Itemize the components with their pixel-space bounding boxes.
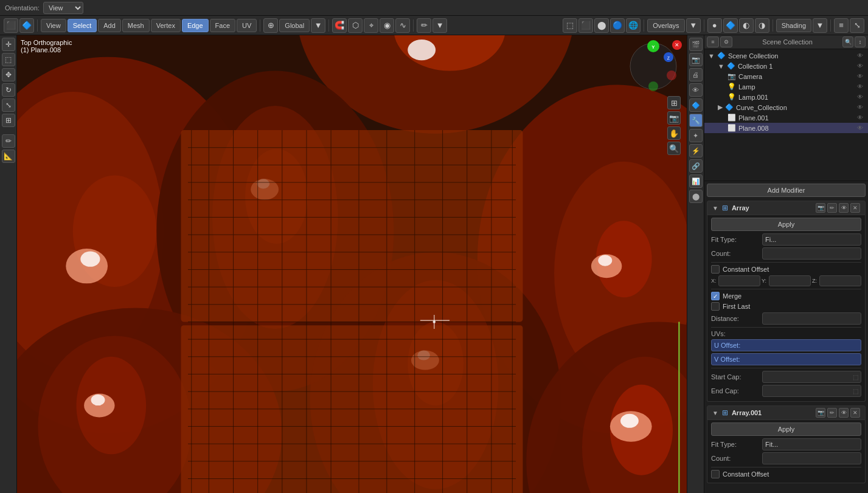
select-box-tool[interactable]: ⬚ [2,53,15,66]
outliner-tab[interactable]: ≡ [707,36,719,47]
scale-tool[interactable]: ⤡ [2,98,15,112]
transform-icon[interactable]: ⊕ [263,18,278,33]
x-field[interactable] [718,275,760,286]
render-icon[interactable]: ◐ [739,18,754,33]
mod-delete-btn[interactable]: ✕ [850,203,860,213]
active-object[interactable]: 🌐 [626,18,641,33]
properties-modifier-tab[interactable]: 🔧 [689,114,703,127]
mod-render-btn[interactable]: 📷 [816,203,825,213]
view-button[interactable]: View [41,19,66,32]
array-modifier-header[interactable]: ▼ ⊞ Array 📷 ✏ 👁 ✕ [707,201,866,215]
properties-material-tab[interactable]: ⬤ [689,190,703,203]
annotate-more-icon[interactable]: ▼ [432,18,447,33]
shading-button[interactable]: Shading [776,19,811,32]
mod001-show-btn[interactable]: 👁 [839,408,849,418]
rotate-tool[interactable]: ↻ [2,83,15,97]
properties-render-tab[interactable]: 📷 [689,53,703,66]
material-icon[interactable]: 🔷 [723,18,738,33]
outliner-sync-icon[interactable]: ↕ [855,36,866,47]
properties-constraints-tab[interactable]: 🔗 [689,159,703,173]
properties-particle-tab[interactable]: ✦ [689,129,703,142]
editor-type-icon[interactable]: ≡ [834,18,849,33]
tree-item-lamp001[interactable]: 💡 Lamp.001 👁 [704,92,868,102]
tree-item-curve-coll[interactable]: ▶ 🔷 Curve_Collection 👁 [704,102,868,112]
annotate-tool[interactable]: ✏ [2,134,15,148]
material-preview-icon[interactable]: ◑ [755,18,769,33]
overlays-extra[interactable]: ▼ [686,18,701,33]
orientation-dropdown[interactable]: View [43,2,83,14]
mod001-render-btn[interactable]: 📷 [816,408,825,418]
face-button[interactable]: Face [210,19,235,32]
z-field[interactable] [819,275,861,286]
vertex-button[interactable]: Vertex [151,19,181,32]
edge-button[interactable]: Edge [182,19,209,32]
mode-icon-btn[interactable]: ⬛ [4,18,18,33]
array001-fit-type-field[interactable]: Fit... [762,438,861,450]
array001-apply-button[interactable]: Apply [711,422,861,436]
viewport-shading-1[interactable]: ⬚ [563,18,577,33]
mod-show-btn[interactable]: 👁 [839,203,849,213]
properties-scene-tab[interactable]: 🎬 [689,38,703,51]
camera-view-icon[interactable]: 📷 [667,111,681,125]
first-last-checkbox[interactable] [711,302,720,311]
proportional-icon[interactable]: ◉ [380,18,394,33]
outliner-filter-icon[interactable]: 🔍 [842,36,853,47]
snap-opt-icon[interactable]: ⌖ [364,18,378,33]
viewport[interactable]: Top Orthographic (1) Plane.008 Y Z ⊞ [17,35,687,493]
shading-extra[interactable]: ▼ [813,18,827,33]
array001-count-field[interactable] [762,452,861,464]
tree-item-plane001[interactable]: ⬜ Plane.001 👁 [704,112,868,123]
tree-item-plane008[interactable]: ⬜ Plane.008 👁 [704,123,868,133]
array001-constant-offset-checkbox[interactable] [711,470,720,478]
array001-modifier-header[interactable]: ▼ ⊞ Array.001 📷 ✏ 👁 ✕ [707,405,866,420]
end-cap-field[interactable]: ⬚ [762,385,861,397]
properties-view-tab[interactable]: 👁 [689,83,703,97]
tree-item-lamp[interactable]: 💡 Lamp 👁 [704,81,868,92]
grid-view-icon[interactable]: ⊞ [667,96,681,109]
mod001-edit-btn[interactable]: ✏ [827,408,837,418]
add-button[interactable]: Add [98,19,121,32]
move-tool[interactable]: ✥ [2,68,15,81]
navigation-gizmo[interactable]: Y Z ⊞ 📷 ✋ 🔍 [626,39,681,155]
select-button[interactable]: Select [68,19,97,32]
mod-edit-btn[interactable]: ✏ [827,203,837,213]
annotate-icon[interactable]: ✏ [417,18,431,33]
count-field[interactable] [762,247,861,260]
fit-type-field[interactable]: Fi... [762,233,861,246]
object-icon-btn[interactable]: 🔷 [19,18,34,33]
properties-tab[interactable]: ⚙ [720,36,732,47]
transform-extra[interactable]: ▼ [311,18,325,33]
viewport-shading-4[interactable]: 🔵 [610,18,625,33]
tree-item-camera[interactable]: 📷 Camera 👁 [704,71,868,81]
constant-offset-checkbox[interactable] [711,265,720,274]
viewport-shading-2[interactable]: ⬛ [578,18,593,33]
distance-field[interactable] [762,312,861,325]
cursor-tool[interactable]: ✛ [2,38,15,51]
fullscreen-icon[interactable]: ⤡ [850,18,864,33]
array-apply-button[interactable]: Apply [711,218,861,231]
measure-tool[interactable]: 📐 [2,150,15,163]
walk-view-icon[interactable]: ✋ [667,126,681,140]
tree-item-collection1[interactable]: ▼ 🔷 Collection 1 👁 [704,61,868,71]
orientation-gizmo[interactable]: Y Z [626,39,681,94]
merge-checkbox[interactable]: ✓ [711,292,720,300]
solid-icon[interactable]: ● [707,18,722,33]
global-button[interactable]: Global [279,19,310,32]
array-expand-arrow[interactable]: ▼ [712,205,718,212]
v-offset-field[interactable]: V Offset: [711,353,861,365]
uv-button[interactable]: UV [237,19,257,32]
u-offset-field[interactable]: U Offset: [711,339,861,351]
tree-item-scene-collection[interactable]: ▼ 🔷 Scene Collection 👁 [704,50,868,61]
viewport-shading-3[interactable]: ⬤ [594,18,609,33]
mod001-delete-btn[interactable]: ✕ [850,408,860,418]
transform-tool[interactable]: ⊞ [2,114,15,127]
properties-physics-tab[interactable]: ⚡ [689,144,703,157]
y-field[interactable] [769,275,811,286]
zoom-icon[interactable]: 🔍 [667,142,681,155]
snap-type-icon[interactable]: ⬡ [348,18,363,33]
properties-output-tab[interactable]: 🖨 [689,68,703,81]
falloff-icon[interactable]: ∿ [395,18,410,33]
start-cap-field[interactable]: ⬚ [762,371,861,383]
overlays-button[interactable]: Overlays [647,19,684,32]
properties-data-tab[interactable]: 📊 [689,174,703,188]
